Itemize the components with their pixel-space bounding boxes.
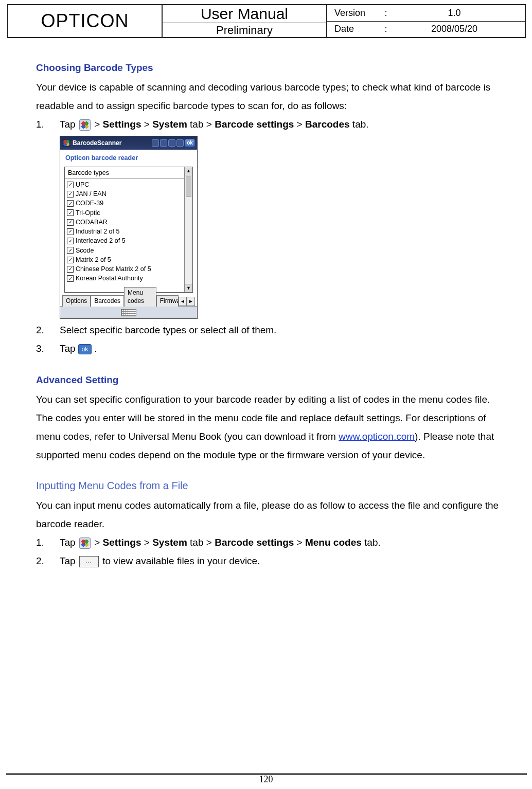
- list-item[interactable]: ✓Korean Postal Authority: [67, 274, 190, 283]
- text: tab.: [352, 119, 369, 130]
- path-settings: Settings: [103, 537, 141, 548]
- text: >: [297, 537, 305, 548]
- scroll-down-icon[interactable]: ▼: [185, 284, 192, 292]
- text: Tap: [60, 343, 78, 354]
- colon: :: [381, 8, 391, 19]
- list-item[interactable]: ✓Matrix 2 of 5: [67, 255, 190, 264]
- opticon-link[interactable]: www.opticon.com: [339, 431, 415, 442]
- text: >: [297, 119, 305, 130]
- checkbox-icon[interactable]: ✓: [67, 209, 74, 216]
- tab-scroll-right-icon[interactable]: ►: [187, 297, 195, 306]
- checkbox-icon[interactable]: ✓: [67, 228, 74, 235]
- path-barcodes: Barcodes: [305, 119, 350, 130]
- document-header: OPTICON User Manual Preliminary Version …: [7, 4, 526, 38]
- start-menu-icon: [79, 537, 91, 549]
- section3-step2: 2. Tap … to view available files in your…: [36, 552, 501, 570]
- tab-scroll-left-icon[interactable]: ◄: [179, 297, 187, 306]
- ok-button[interactable]: ok: [185, 139, 195, 147]
- screenshot-subheader: Opticon barcode reader: [60, 150, 197, 164]
- list-item[interactable]: ✓Scode: [67, 246, 190, 255]
- section1-step2: 2. Select specific barcode types or sele…: [36, 321, 501, 339]
- list-item[interactable]: ✓CODE-39: [67, 199, 190, 208]
- doc-subtitle: Preliminary: [163, 23, 326, 37]
- signal-icon[interactable]: [168, 139, 175, 147]
- tab-barcodes[interactable]: Barcodes: [91, 295, 124, 307]
- path-barcode-settings: Barcode settings: [215, 537, 294, 548]
- keyboard-icon[interactable]: [121, 309, 136, 316]
- barcode-types-list: ✓UPC ✓JAN / EAN ✓CODE-39 ✓Tri-Optic ✓COD…: [65, 179, 192, 293]
- tab-options[interactable]: Options: [62, 295, 91, 307]
- list-item[interactable]: ✓Tri-Optic: [67, 208, 190, 218]
- tab-menu-codes[interactable]: Menu codes: [124, 287, 156, 307]
- tab-firmware[interactable]: Firmwa: [156, 295, 179, 307]
- item-label: Industrial 2 of 5: [76, 227, 119, 236]
- list-number: 1.: [36, 115, 60, 134]
- list-body: Select specific barcode types or select …: [60, 321, 501, 339]
- item-label: Korean Postal Authority: [76, 274, 143, 282]
- text: tab >: [190, 119, 215, 130]
- checkbox-icon[interactable]: ✓: [67, 247, 74, 254]
- list-item[interactable]: ✓Interleaved 2 of 5: [67, 236, 190, 245]
- path-barcode-settings: Barcode settings: [215, 119, 294, 130]
- path-menu-codes: Menu codes: [305, 537, 362, 548]
- date-row: Date : 2008/05/20: [327, 22, 525, 38]
- item-label: CODABAR: [76, 218, 108, 226]
- section-heading-choosing: Choosing Barcode Types: [36, 59, 501, 77]
- text: >: [144, 537, 152, 548]
- connectivity-icon[interactable]: [160, 139, 167, 147]
- list-number: 1.: [36, 533, 60, 552]
- colon: :: [381, 24, 391, 34]
- checkbox-icon[interactable]: ✓: [67, 238, 74, 244]
- text: >: [144, 119, 152, 130]
- window-title: BarcodeScanner: [73, 139, 121, 148]
- list-body: Tap > Settings > System tab > Barcode se…: [60, 533, 501, 552]
- checkbox-icon[interactable]: ✓: [67, 219, 74, 226]
- header-meta: Version : 1.0 Date : 2008/05/20: [327, 5, 525, 37]
- date-label: Date: [334, 24, 381, 34]
- list-number: 3.: [36, 339, 60, 358]
- tray-icon[interactable]: [152, 139, 159, 147]
- checkbox-icon[interactable]: ✓: [67, 182, 74, 188]
- path-system: System: [152, 537, 187, 548]
- list-item[interactable]: ✓UPC: [67, 180, 190, 189]
- list-item[interactable]: ✓Industrial 2 of 5: [67, 227, 190, 236]
- item-label: Tri-Optic: [76, 209, 100, 217]
- soft-input-panel-bar: [60, 306, 197, 318]
- list-item[interactable]: ✓CODABAR: [67, 218, 190, 227]
- list-number: 2.: [36, 321, 60, 339]
- section-heading-advanced: Advanced Setting: [36, 371, 501, 389]
- scroll-up-icon[interactable]: ▲: [185, 167, 192, 175]
- ok-button-icon: ok: [78, 344, 92, 354]
- brand-name: OPTICON: [8, 5, 163, 37]
- list-item[interactable]: ✓JAN / EAN: [67, 189, 190, 199]
- checkbox-icon[interactable]: ✓: [67, 191, 74, 198]
- path-system: System: [152, 119, 187, 130]
- version-label: Version: [334, 8, 381, 19]
- checkbox-icon[interactable]: ✓: [67, 200, 74, 207]
- tab-strip: Options Barcodes Menu codes Firmwa ◄ ►: [60, 293, 197, 306]
- volume-icon[interactable]: [176, 139, 184, 147]
- scrollbar[interactable]: ▲ ▼: [184, 167, 192, 293]
- panel-title: Barcode types: [65, 167, 192, 179]
- text: .: [94, 343, 97, 354]
- path-settings: Settings: [103, 119, 141, 130]
- text: Tap: [60, 555, 78, 566]
- scroll-thumb[interactable]: [186, 176, 191, 197]
- text: >: [94, 119, 102, 130]
- text: to view available files in your device.: [102, 555, 260, 566]
- list-body: Tap ok .: [60, 339, 501, 358]
- list-body: Tap > Settings > System tab > Barcode se…: [60, 115, 501, 134]
- text: Tap: [60, 119, 78, 130]
- item-label: Chinese Post Matrix 2 of 5: [76, 265, 151, 273]
- barcode-types-panel: Barcode types ✓UPC ✓JAN / EAN ✓CODE-39 ✓…: [64, 167, 193, 293]
- date-value: 2008/05/20: [391, 24, 518, 34]
- version-value: 1.0: [391, 8, 518, 19]
- list-item[interactable]: ✓Chinese Post Matrix 2 of 5: [67, 264, 190, 274]
- header-center: User Manual Preliminary: [163, 5, 327, 37]
- text: tab >: [190, 537, 215, 548]
- checkbox-icon[interactable]: ✓: [67, 275, 74, 282]
- list-body: Tap … to view available files in your de…: [60, 552, 501, 570]
- start-menu-icon[interactable]: [62, 139, 70, 147]
- checkbox-icon[interactable]: ✓: [67, 266, 74, 273]
- checkbox-icon[interactable]: ✓: [67, 257, 74, 263]
